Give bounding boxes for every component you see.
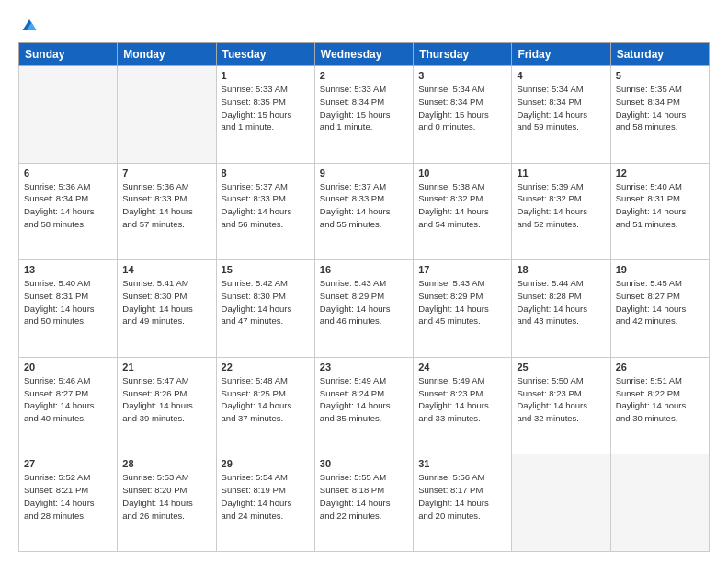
day-number: 10 [418, 167, 506, 178]
day-info: Sunrise: 5:33 AM Sunset: 8:34 PM Dayligh… [320, 83, 408, 133]
day-number: 24 [418, 362, 506, 373]
day-number: 26 [616, 362, 704, 373]
day-number: 27 [24, 458, 112, 469]
day-info: Sunrise: 5:44 AM Sunset: 8:28 PM Dayligh… [517, 277, 605, 327]
day-info: Sunrise: 5:52 AM Sunset: 8:21 PM Dayligh… [24, 471, 112, 522]
day-info: Sunrise: 5:37 AM Sunset: 8:33 PM Dayligh… [320, 180, 408, 231]
calendar-cell: 16Sunrise: 5:43 AM Sunset: 8:29 PM Dayli… [314, 260, 413, 358]
day-number: 9 [320, 167, 408, 178]
week-row-4: 20Sunrise: 5:46 AM Sunset: 8:27 PM Dayli… [19, 357, 710, 454]
day-info: Sunrise: 5:43 AM Sunset: 8:29 PM Dayligh… [418, 277, 506, 327]
day-info: Sunrise: 5:46 AM Sunset: 8:27 PM Dayligh… [24, 374, 112, 425]
calendar-cell: 26Sunrise: 5:51 AM Sunset: 8:22 PM Dayli… [610, 357, 709, 454]
day-number: 3 [418, 70, 506, 81]
day-info: Sunrise: 5:56 AM Sunset: 8:17 PM Dayligh… [418, 471, 506, 522]
day-info: Sunrise: 5:55 AM Sunset: 8:18 PM Dayligh… [320, 471, 408, 522]
day-number: 2 [320, 70, 408, 81]
calendar-cell: 5Sunrise: 5:35 AM Sunset: 8:34 PM Daylig… [610, 66, 709, 164]
calendar-cell [512, 454, 610, 552]
calendar-cell: 2Sunrise: 5:33 AM Sunset: 8:34 PM Daylig… [314, 66, 413, 164]
day-info: Sunrise: 5:42 AM Sunset: 8:30 PM Dayligh… [222, 277, 310, 327]
day-info: Sunrise: 5:49 AM Sunset: 8:23 PM Dayligh… [418, 374, 506, 425]
calendar-cell: 25Sunrise: 5:50 AM Sunset: 8:23 PM Dayli… [512, 357, 610, 454]
day-info: Sunrise: 5:38 AM Sunset: 8:32 PM Dayligh… [418, 180, 506, 231]
day-info: Sunrise: 5:40 AM Sunset: 8:31 PM Dayligh… [616, 180, 704, 231]
day-number: 7 [122, 167, 210, 178]
day-info: Sunrise: 5:33 AM Sunset: 8:35 PM Dayligh… [222, 83, 310, 133]
calendar-cell: 11Sunrise: 5:39 AM Sunset: 8:32 PM Dayli… [512, 163, 610, 260]
calendar-cell: 18Sunrise: 5:44 AM Sunset: 8:28 PM Dayli… [512, 260, 610, 358]
calendar-cell [118, 66, 216, 164]
calendar-cell: 21Sunrise: 5:47 AM Sunset: 8:26 PM Dayli… [118, 357, 216, 454]
day-info: Sunrise: 5:40 AM Sunset: 8:31 PM Dayligh… [24, 277, 112, 327]
day-number: 25 [517, 362, 605, 373]
day-info: Sunrise: 5:49 AM Sunset: 8:24 PM Dayligh… [320, 374, 408, 425]
day-number: 6 [24, 167, 112, 178]
day-info: Sunrise: 5:50 AM Sunset: 8:23 PM Dayligh… [517, 374, 605, 425]
calendar-cell: 31Sunrise: 5:56 AM Sunset: 8:17 PM Dayli… [414, 454, 512, 552]
day-number: 30 [320, 458, 408, 469]
calendar-cell [19, 66, 118, 164]
day-number: 22 [222, 362, 310, 373]
day-info: Sunrise: 5:48 AM Sunset: 8:25 PM Dayligh… [222, 374, 310, 425]
day-number: 13 [24, 264, 112, 275]
calendar-cell: 12Sunrise: 5:40 AM Sunset: 8:31 PM Dayli… [610, 163, 709, 260]
header-saturday: Saturday [610, 43, 709, 66]
calendar-cell: 15Sunrise: 5:42 AM Sunset: 8:30 PM Dayli… [216, 260, 314, 358]
day-number: 14 [122, 264, 210, 275]
calendar-cell: 20Sunrise: 5:46 AM Sunset: 8:27 PM Dayli… [19, 357, 118, 454]
logo-icon [21, 17, 38, 33]
week-row-3: 13Sunrise: 5:40 AM Sunset: 8:31 PM Dayli… [19, 260, 710, 358]
day-info: Sunrise: 5:36 AM Sunset: 8:33 PM Dayligh… [122, 180, 210, 231]
calendar-cell: 24Sunrise: 5:49 AM Sunset: 8:23 PM Dayli… [414, 357, 512, 454]
day-info: Sunrise: 5:54 AM Sunset: 8:19 PM Dayligh… [222, 471, 310, 522]
calendar-cell: 30Sunrise: 5:55 AM Sunset: 8:18 PM Dayli… [314, 454, 413, 552]
calendar-cell: 28Sunrise: 5:53 AM Sunset: 8:20 PM Dayli… [118, 454, 216, 552]
calendar-header-row: Sunday Monday Tuesday Wednesday Thursday… [19, 43, 710, 66]
week-row-1: 1Sunrise: 5:33 AM Sunset: 8:35 PM Daylig… [19, 66, 710, 164]
day-number: 21 [122, 362, 210, 373]
calendar-cell: 4Sunrise: 5:34 AM Sunset: 8:34 PM Daylig… [512, 66, 610, 164]
day-info: Sunrise: 5:51 AM Sunset: 8:22 PM Dayligh… [616, 374, 704, 425]
day-info: Sunrise: 5:43 AM Sunset: 8:29 PM Dayligh… [320, 277, 408, 327]
day-number: 16 [320, 264, 408, 275]
calendar-cell [610, 454, 709, 552]
header-thursday: Thursday [414, 43, 512, 66]
header-tuesday: Tuesday [216, 43, 314, 66]
header-wednesday: Wednesday [314, 43, 413, 66]
calendar-cell: 27Sunrise: 5:52 AM Sunset: 8:21 PM Dayli… [19, 454, 118, 552]
header-sunday: Sunday [19, 43, 118, 66]
day-number: 11 [517, 167, 605, 178]
day-number: 5 [616, 70, 704, 81]
day-number: 4 [517, 70, 605, 81]
week-row-5: 27Sunrise: 5:52 AM Sunset: 8:21 PM Dayli… [19, 454, 710, 552]
day-info: Sunrise: 5:41 AM Sunset: 8:30 PM Dayligh… [122, 277, 210, 327]
calendar-cell: 1Sunrise: 5:33 AM Sunset: 8:35 PM Daylig… [216, 66, 314, 164]
day-info: Sunrise: 5:35 AM Sunset: 8:34 PM Dayligh… [616, 83, 704, 133]
calendar-cell: 13Sunrise: 5:40 AM Sunset: 8:31 PM Dayli… [19, 260, 118, 358]
calendar-cell: 7Sunrise: 5:36 AM Sunset: 8:33 PM Daylig… [118, 163, 216, 260]
day-number: 19 [616, 264, 704, 275]
calendar-cell: 22Sunrise: 5:48 AM Sunset: 8:25 PM Dayli… [216, 357, 314, 454]
calendar-cell: 9Sunrise: 5:37 AM Sunset: 8:33 PM Daylig… [314, 163, 413, 260]
week-row-2: 6Sunrise: 5:36 AM Sunset: 8:34 PM Daylig… [19, 163, 710, 260]
header [18, 15, 710, 33]
calendar-cell: 14Sunrise: 5:41 AM Sunset: 8:30 PM Dayli… [118, 260, 216, 358]
day-number: 12 [616, 167, 704, 178]
day-number: 28 [122, 458, 210, 469]
header-friday: Friday [512, 43, 610, 66]
day-info: Sunrise: 5:39 AM Sunset: 8:32 PM Dayligh… [517, 180, 605, 231]
calendar-table: Sunday Monday Tuesday Wednesday Thursday… [18, 42, 710, 552]
calendar-cell: 19Sunrise: 5:45 AM Sunset: 8:27 PM Dayli… [610, 260, 709, 358]
day-number: 29 [222, 458, 310, 469]
calendar-cell: 17Sunrise: 5:43 AM Sunset: 8:29 PM Dayli… [414, 260, 512, 358]
day-number: 31 [418, 458, 506, 469]
calendar-cell: 8Sunrise: 5:37 AM Sunset: 8:33 PM Daylig… [216, 163, 314, 260]
logo [18, 15, 38, 33]
day-number: 17 [418, 264, 506, 275]
day-number: 8 [222, 167, 310, 178]
day-number: 18 [517, 264, 605, 275]
header-monday: Monday [118, 43, 216, 66]
calendar-cell: 29Sunrise: 5:54 AM Sunset: 8:19 PM Dayli… [216, 454, 314, 552]
day-number: 1 [222, 70, 310, 81]
